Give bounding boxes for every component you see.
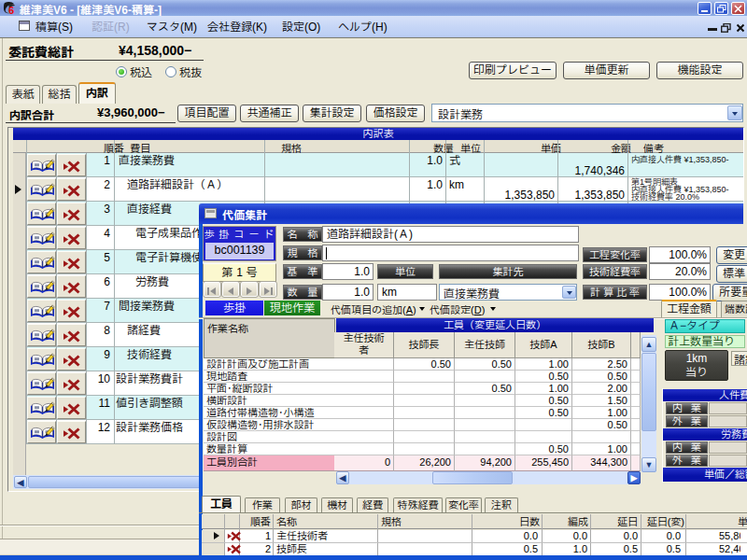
svg-text:6: 6 — [8, 5, 14, 15]
